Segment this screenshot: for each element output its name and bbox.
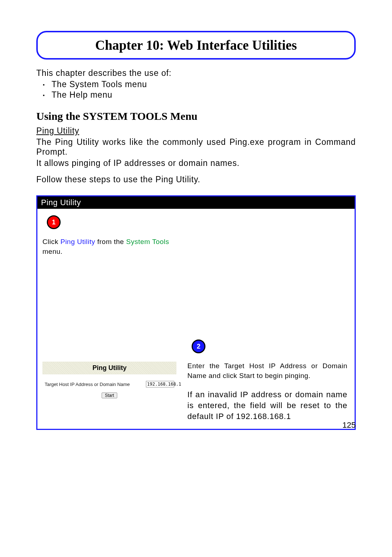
- text: from the: [95, 238, 126, 245]
- paragraph: The Ping Utility works like the commonly…: [36, 137, 356, 157]
- step-badge-1: 1: [47, 215, 61, 229]
- text: Click: [42, 238, 60, 245]
- paragraph: Follow these steps to use the Ping Utili…: [36, 175, 356, 184]
- page: Chapter 10: Web Interface Utilities This…: [0, 0, 392, 444]
- target-host-label: Target Host IP Address or Domain Name: [45, 382, 130, 387]
- panel-right: 2 Enter the Target Host IP Address or Do…: [180, 209, 355, 429]
- subsection-heading: Ping Utility: [36, 126, 356, 136]
- list-item: The Help menu: [52, 90, 356, 100]
- step-badge-2: 2: [192, 340, 205, 353]
- section-heading: Using the SYSTEM TOOLS Menu: [36, 110, 356, 122]
- paragraph: It allows pinging of IP addresses or dom…: [36, 158, 356, 168]
- start-button[interactable]: Start: [102, 393, 117, 398]
- intro-lead: This chapter describes the use of:: [36, 68, 356, 78]
- ping-button-row: Start: [45, 393, 174, 398]
- step-number: 1: [52, 219, 56, 226]
- ping-widget-heading: Ping Utility: [42, 362, 176, 374]
- ping-widget-row: Target Host IP Address or Domain Name 19…: [45, 381, 174, 387]
- ping-widget-body: Target Host IP Address or Domain Name 19…: [42, 374, 176, 402]
- list-item: The System Tools menu: [52, 80, 356, 89]
- step-2-text-2: If an inavalid IP address or domain name…: [187, 389, 347, 422]
- step-1-text: Click Ping Utility from the System Tools…: [42, 237, 176, 256]
- step-number: 2: [197, 343, 200, 350]
- step-2-text-1: Enter the Target Host IP Address or Doma…: [187, 361, 347, 381]
- page-number: 125: [342, 420, 356, 430]
- panel-body: 1 Click Ping Utility from the System Too…: [37, 209, 355, 429]
- intro-list: The System Tools menu The Help menu: [36, 80, 356, 100]
- system-tools-link[interactable]: System Tools: [126, 238, 169, 245]
- chapter-title-box: Chapter 10: Web Interface Utilities: [36, 31, 356, 60]
- ping-widget: Ping Utility Target Host IP Address or D…: [42, 362, 176, 402]
- text: menu.: [42, 248, 62, 255]
- ping-utility-link[interactable]: Ping Utility: [60, 238, 95, 245]
- panel-left: 1 Click Ping Utility from the System Too…: [37, 209, 180, 429]
- target-host-input[interactable]: 192.168.168.1: [146, 381, 174, 387]
- chapter-title: Chapter 10: Web Interface Utilities: [45, 37, 347, 53]
- panel-title: Ping Utility: [37, 196, 355, 209]
- ping-utility-panel: Ping Utility 1 Click Ping Utility from t…: [36, 195, 356, 430]
